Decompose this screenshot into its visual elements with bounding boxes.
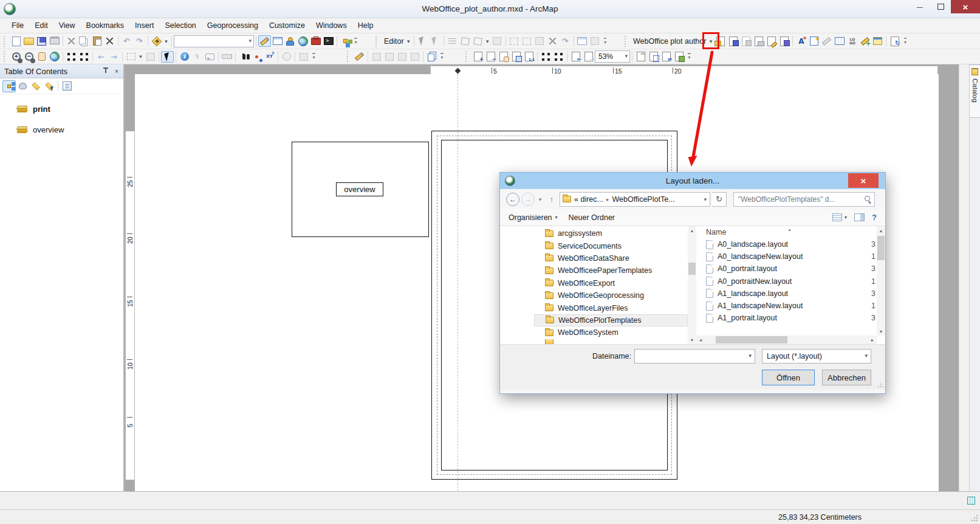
layout-zoom-in-icon[interactable] [471,51,484,63]
overview-label-box[interactable]: overview [336,182,383,196]
menu-windows[interactable]: Windows [310,19,352,32]
nav-back-icon[interactable]: ← [506,193,519,206]
name-column-header[interactable]: Name [706,228,726,236]
new-text-element-icon[interactable] [795,35,807,47]
ruler-guide-marker[interactable] [455,68,461,74]
toolbar-grip[interactable] [625,36,628,47]
toolbar-overflow[interactable] [601,35,609,47]
scroll-right-icon[interactable]: ► [868,338,877,342]
menu-edit[interactable]: Edit [29,19,53,32]
editor-menu[interactable]: Editor [382,37,405,46]
zoom-whole-page-icon[interactable] [510,51,523,63]
edit-annotation-tool-icon[interactable] [429,35,442,47]
file-item[interactable]: A0_landscape.layout3 [696,238,885,250]
toolbar-grip[interactable] [465,51,469,62]
find-icon[interactable] [238,51,250,63]
map-scale-combo[interactable] [174,35,254,47]
toolbar-overflow[interactable] [310,51,318,63]
layout-back-extent-icon[interactable] [569,51,582,63]
layout-vertical-scrollbar[interactable] [959,64,969,491]
layout-grid-icon[interactable] [833,35,846,47]
file-item[interactable]: A0_portraitNew.layout1 [696,275,885,288]
edit-sketch-icon[interactable] [258,35,271,47]
construction-dropdown-caret[interactable] [484,35,491,47]
layer-label[interactable]: print [33,105,50,114]
select-features-icon[interactable] [125,51,137,63]
file-item[interactable]: A0_portrait.layout3 [696,263,885,275]
open-button[interactable]: Öffnen [762,370,815,385]
file-item[interactable]: A1_landscapeNew.layout1 [696,300,885,312]
view-mode-control[interactable]: ▾ [832,213,848,221]
menu-help[interactable]: Help [352,19,379,32]
layout-zoom-out-icon[interactable] [484,51,497,63]
refresh-icon[interactable]: ↻ [712,192,727,207]
address-dropdown-caret[interactable]: ▾ [701,196,710,202]
folder-item-clipped[interactable] [534,339,688,344]
preview-pane-icon[interactable] [854,213,865,221]
new-document-icon[interactable] [10,35,22,47]
menu-geoprocessing[interactable]: Geoprocessing [202,19,264,32]
add-data-dropdown-caret[interactable] [163,35,170,47]
new-folder-button[interactable]: Neuer Ordner [569,213,615,222]
rotate-tool-icon[interactable] [559,35,572,47]
toolbar-overflow[interactable] [901,35,909,47]
copy-icon[interactable] [78,35,91,47]
scroll-up-icon[interactable]: ▲ [690,226,694,235]
identify-icon[interactable] [178,51,191,63]
find-route-icon[interactable] [250,51,263,63]
menu-file[interactable]: File [6,19,29,32]
layout-forward-extent-icon[interactable] [582,51,595,63]
folder-item[interactable]: arcgissystem [534,227,688,240]
file-item[interactable]: A1_landscape.layout3 [696,288,885,300]
folder-item[interactable]: WebOfficeSystem [534,326,688,339]
scroll-down-icon[interactable]: ▼ [690,336,694,344]
select-features-caret[interactable] [137,51,144,63]
cut-polygons-icon[interactable] [508,35,521,47]
fixed-zoom-in-icon[interactable] [65,51,78,63]
scroll-thumb[interactable] [877,236,885,260]
save-layout-as-icon[interactable] [739,35,752,47]
cancel-button[interactable]: Abbrechen [822,370,871,385]
edit-vertices-icon[interactable] [353,51,366,63]
maximize-button[interactable] [930,0,951,13]
list-by-visibility-icon[interactable] [29,80,43,92]
nav-up-icon[interactable]: ↑ [546,195,558,204]
go-to-xy-icon[interactable] [263,51,276,63]
filetype-combo[interactable]: Layout (*.layout) [762,349,871,364]
file-item[interactable]: A0_landscapeNew.layout1 [696,250,885,263]
scroll-track[interactable] [688,235,696,336]
dialog-close-button[interactable]: × [848,173,879,188]
menu-bookmarks[interactable]: Bookmarks [81,19,130,32]
sketch-properties-icon[interactable] [589,35,601,47]
file-list-vertical-scrollbar[interactable]: ▲ ▼ [877,226,885,336]
editor-dropdown-caret[interactable] [405,35,412,47]
trim-tool-icon[interactable] [546,35,559,47]
fixed-zoom-out-icon[interactable] [78,51,91,63]
attributes-icon[interactable] [576,35,589,47]
pages-icon[interactable] [425,51,438,63]
search-icon[interactable] [864,195,872,203]
sketch-trace-icon[interactable] [396,51,408,63]
save-layout-icon[interactable] [727,35,739,47]
create-polygon-icon[interactable] [471,35,484,47]
measure-icon[interactable] [221,51,233,63]
scroll-thumb[interactable] [688,263,696,275]
organize-caret[interactable]: ▾ [552,215,569,220]
file-list-horizontal-scrollbar[interactable]: ◄ ► [696,336,877,344]
breadcrumb-current[interactable]: WebOfficePlotTe... [612,195,674,204]
delete-icon[interactable] [103,35,116,47]
catalog-tab[interactable]: Catalog [970,64,980,118]
scroll-down-icon[interactable]: ▼ [879,327,883,336]
pan-icon[interactable] [35,51,48,63]
file-list-header[interactable]: Name ▲ [696,226,885,238]
toolbar-grip[interactable] [4,51,7,62]
help-icon[interactable]: ? [872,213,877,222]
full-extent-icon[interactable] [48,51,61,63]
model-builder-icon[interactable] [339,35,352,47]
redo-icon[interactable] [133,35,146,47]
save-icon[interactable] [35,35,48,47]
toc-options-icon[interactable] [60,80,74,92]
layout-horizontal-scrollbar[interactable] [0,491,980,509]
edit-template-icon[interactable] [820,35,833,47]
resize-grip[interactable] [970,515,978,522]
